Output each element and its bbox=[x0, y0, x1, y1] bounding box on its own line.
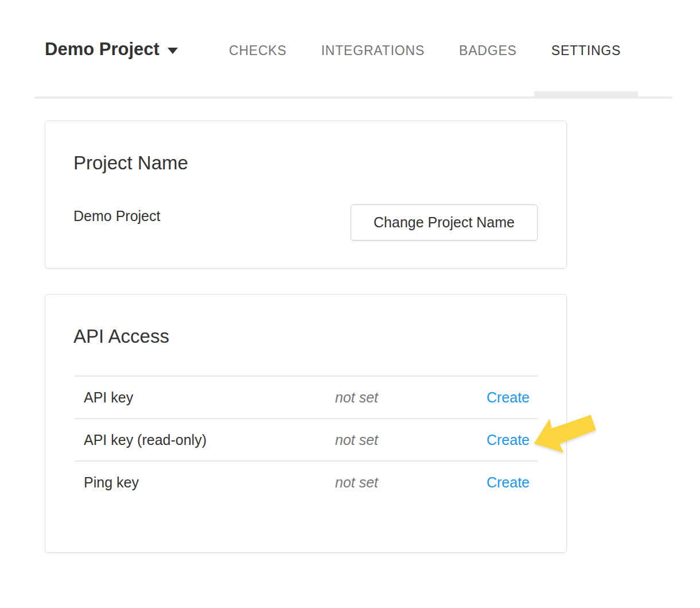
project-name-card: Project Name Demo Project Change Project… bbox=[45, 121, 567, 269]
change-project-name-button[interactable]: Change Project Name bbox=[351, 204, 538, 241]
table-row-api-key: API key not set Create bbox=[74, 375, 538, 418]
api-access-card-title: API Access bbox=[73, 326, 566, 347]
table-row-ping-key: Ping key not set Create bbox=[74, 460, 538, 503]
api-key-label: API key bbox=[74, 389, 335, 406]
api-key-value: not set bbox=[335, 389, 481, 406]
tab-checks[interactable]: CHECKS bbox=[212, 43, 304, 99]
project-switcher-dropdown[interactable]: Demo Project bbox=[45, 38, 178, 61]
project-name-card-title: Project Name bbox=[73, 152, 566, 174]
tab-settings[interactable]: SETTINGS bbox=[534, 43, 638, 99]
ping-key-value: not set bbox=[335, 474, 481, 491]
create-ping-key-link[interactable]: Create bbox=[481, 474, 538, 491]
create-api-key-read-only-link[interactable]: Create bbox=[481, 432, 538, 448]
api-access-card: API Access API key not set Create API ke… bbox=[45, 294, 567, 553]
api-key-read-only-value: not set bbox=[335, 432, 481, 448]
project-switcher-label: Demo Project bbox=[45, 38, 160, 61]
tab-integrations[interactable]: INTEGRATIONS bbox=[304, 43, 442, 99]
current-project-name: Demo Project bbox=[73, 207, 160, 224]
top-navbar: Demo Project CHECKS INTEGRATIONS BADGES … bbox=[0, 0, 700, 99]
navbar-divider bbox=[34, 96, 672, 99]
table-row-api-key-read-only: API key (read-only) not set Create bbox=[74, 418, 538, 460]
caret-down-icon bbox=[168, 48, 178, 54]
ping-key-label: Ping key bbox=[74, 474, 335, 491]
api-keys-table: API key not set Create API key (read-onl… bbox=[74, 375, 538, 503]
tab-badges[interactable]: BADGES bbox=[442, 43, 534, 99]
main-nav-tabs: CHECKS INTEGRATIONS BADGES SETTINGS bbox=[212, 43, 638, 99]
create-api-key-link[interactable]: Create bbox=[481, 389, 538, 406]
api-key-read-only-label: API key (read-only) bbox=[74, 432, 335, 448]
